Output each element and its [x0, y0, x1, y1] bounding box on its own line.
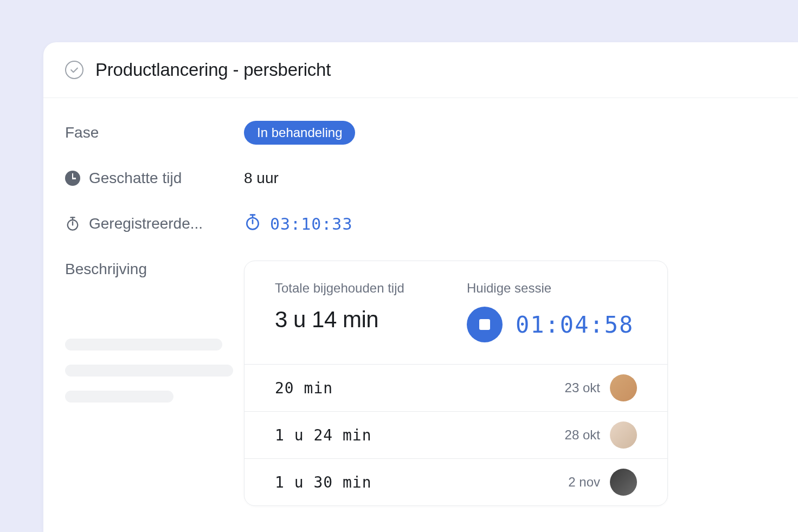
entry-date: 28 okt [565, 427, 600, 443]
entry-duration: 20 min [275, 379, 333, 397]
current-session-block: Huidige sessie 01:04:58 [467, 281, 637, 342]
current-session-value: 01:04:58 [516, 312, 634, 338]
stopwatch-blue-icon [244, 213, 261, 235]
complete-task-checkbox[interactable] [65, 61, 83, 79]
task-detail-card: Productlancering - persbericht Fase Gesc… [43, 42, 798, 532]
field-values-column: In behandeling 8 uur 03:10:33 [244, 118, 776, 506]
placeholder-line [65, 339, 222, 351]
description-placeholder [65, 339, 244, 403]
phase-status-badge[interactable]: In behandeling [244, 121, 355, 145]
description-label: Beschrijving [65, 261, 147, 278]
avatar [610, 421, 637, 449]
avatar [610, 374, 637, 401]
entry-date: 23 okt [565, 380, 600, 395]
timer-summary: Totale bijgehouden tijd 3 u 14 min Huidi… [244, 261, 667, 364]
clock-icon [65, 171, 80, 186]
timer-entry[interactable]: 1 u 24 min 28 okt [244, 412, 667, 459]
check-icon [69, 64, 80, 75]
card-body: Fase Geschatte tijd [43, 98, 798, 506]
stop-timer-button[interactable] [467, 307, 503, 342]
entry-duration: 1 u 24 min [275, 426, 372, 444]
estimated-time-value: 8 uur [244, 163, 776, 193]
task-title: Productlancering - persbericht [95, 60, 331, 80]
timer-entries-list: 20 min 23 okt 1 u 24 min 28 okt [244, 364, 667, 505]
estimated-time-label: Geschatte tijd [65, 170, 182, 187]
placeholder-line [65, 365, 233, 377]
time-tracking-panel: Totale bijgehouden tijd 3 u 14 min Huidi… [244, 261, 668, 506]
tracked-time-value[interactable]: 03:10:33 [244, 213, 353, 235]
timer-entry[interactable]: 20 min 23 okt [244, 365, 667, 412]
placeholder-line [65, 391, 173, 403]
entry-date: 2 nov [568, 475, 600, 490]
field-labels-column: Fase Geschatte tijd [65, 118, 244, 506]
phase-label: Fase [65, 124, 99, 141]
stopwatch-icon [65, 216, 80, 231]
total-tracked-value: 3 u 14 min [275, 307, 445, 333]
tracked-time-label: Geregistreerde... [65, 215, 203, 232]
total-tracked-block: Totale bijgehouden tijd 3 u 14 min [275, 281, 445, 342]
card-header: Productlancering - persbericht [43, 42, 798, 98]
total-tracked-label: Totale bijgehouden tijd [275, 281, 445, 296]
current-session-label: Huidige sessie [467, 281, 637, 296]
entry-duration: 1 u 30 min [275, 473, 372, 491]
timer-entry[interactable]: 1 u 30 min 2 nov [244, 459, 667, 505]
avatar [610, 469, 637, 496]
